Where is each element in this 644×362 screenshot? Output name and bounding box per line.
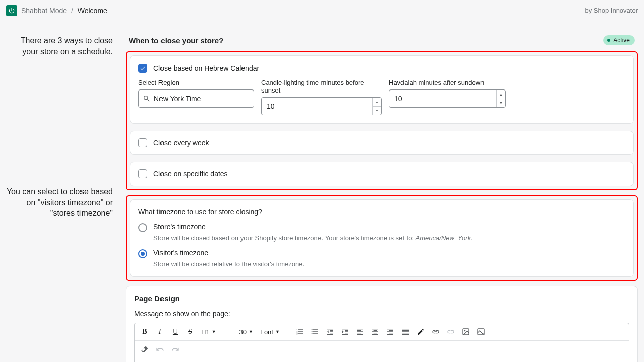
callout-timezone: You can select to close based on "visito… <box>6 186 117 219</box>
breadcrumb-page: Welcome <box>78 7 107 15</box>
rte-body[interactable] <box>135 358 629 362</box>
store-desc-tz: America/New_York <box>416 234 471 242</box>
radio-visitor-row[interactable]: Visitor's timezone <box>138 249 625 258</box>
breadcrumb-sep: / <box>71 7 73 15</box>
unordered-list-button[interactable] <box>308 325 322 338</box>
store-desc-prefix: Store will be closed based on your Shopi… <box>153 234 416 242</box>
rte-toolbar-row-1: B I U S H1▼ 30▼ Font▼ <box>135 323 629 341</box>
checkbox-specific-label: Close on speciffic dates <box>153 170 228 178</box>
radio-visitor-label: Visitor's timezone <box>153 249 208 257</box>
align-left-button[interactable] <box>353 325 367 338</box>
region-input[interactable]: New York Time <box>138 89 254 108</box>
checkbox-hebrew-row[interactable]: Close based on Hebrew Calendar <box>138 64 625 73</box>
redo-icon <box>171 345 179 353</box>
havdalah-input[interactable]: 10 ▲ ▼ <box>389 89 506 108</box>
link-icon <box>432 328 440 336</box>
outdent-button[interactable] <box>323 325 337 338</box>
card-specific: Close on speciffic dates <box>130 162 634 186</box>
breadcrumb-app[interactable]: Shabbat Mode <box>21 7 67 15</box>
timezone-question: What timezone to use for store closing? <box>138 208 625 216</box>
image-button[interactable] <box>459 325 473 338</box>
undo-icon <box>156 345 164 353</box>
checkbox-weekly-label: Close every week <box>153 139 209 147</box>
underline-button[interactable]: U <box>168 325 182 338</box>
breadcrumb: Shabbat Mode / Welcome <box>21 7 107 15</box>
region-label: Select Region <box>138 79 254 86</box>
outdent-icon <box>326 328 334 336</box>
chevron-down-icon: ▼ <box>275 329 280 334</box>
size-select[interactable]: 30▼ <box>236 325 256 338</box>
havdalah-down-button[interactable]: ▼ <box>497 99 505 108</box>
page-body: There are 3 ways to close your store on … <box>0 21 644 362</box>
checkbox-specific-row[interactable]: Close on speciffic dates <box>138 169 625 178</box>
align-center-button[interactable] <box>368 325 382 338</box>
unordered-list-icon <box>311 328 319 336</box>
ordered-list-icon <box>296 328 304 336</box>
unlink-button[interactable] <box>444 325 458 338</box>
page-design-title: Page Design <box>134 294 629 303</box>
schedule-highlight: Close based on Hebrew Calendar Select Re… <box>126 51 638 190</box>
breadcrumb-area: Shabbat Mode / Welcome <box>6 5 107 16</box>
align-left-icon <box>356 328 364 336</box>
align-right-button[interactable] <box>383 325 397 338</box>
top-bar: Shabbat Mode / Welcome by Shop Innovator <box>0 0 644 21</box>
image2-button[interactable] <box>474 325 488 338</box>
callout-schedule: There are 3 ways to close your store on … <box>6 35 117 57</box>
side-callouts: There are 3 ways to close your store on … <box>6 35 126 362</box>
undo-button[interactable] <box>153 343 167 356</box>
svg-point-1 <box>464 330 465 331</box>
rich-text-editor: B I U S H1▼ 30▼ Font▼ <box>134 323 629 362</box>
havdalah-label: Havdalah minutes after sundown <box>389 79 506 86</box>
card-page-design: Page Design Message to show on the page:… <box>126 286 638 362</box>
radio-store-row[interactable]: Store's timezone <box>138 223 625 232</box>
bold-button[interactable]: B <box>138 325 152 338</box>
candle-input[interactable]: 10 ▲ ▼ <box>261 97 382 115</box>
candle-up-button[interactable]: ▲ <box>373 98 381 107</box>
color-button[interactable] <box>414 325 428 338</box>
checkbox-hebrew[interactable] <box>138 64 147 73</box>
candle-value: 10 <box>267 102 275 110</box>
app-logo <box>6 5 17 16</box>
unlink-icon <box>447 328 455 336</box>
card-timezone: What timezone to use for store closing? … <box>130 199 634 277</box>
indent-button[interactable] <box>338 325 352 338</box>
store-desc-suffix: . <box>471 234 473 242</box>
chevron-down-icon: ▼ <box>212 329 216 334</box>
chevron-down-icon: ▼ <box>249 329 253 334</box>
link-button[interactable] <box>429 325 443 338</box>
redo-button[interactable] <box>168 343 182 356</box>
ordered-list-button[interactable] <box>293 325 307 338</box>
font-select[interactable]: Font▼ <box>257 325 283 338</box>
size-value: 30 <box>239 328 247 336</box>
radio-visitor[interactable] <box>138 249 147 258</box>
radio-visitor-desc: Store will be closed relative to the vis… <box>153 260 625 268</box>
image-frame-icon <box>477 328 485 336</box>
timezone-highlight: What timezone to use for store closing? … <box>126 195 638 281</box>
radio-store-desc: Store will be closed based on your Shopi… <box>153 234 625 242</box>
havdalah-up-button[interactable]: ▲ <box>497 90 505 99</box>
align-center-icon <box>371 328 379 336</box>
checkbox-weekly[interactable] <box>138 138 147 147</box>
eraser-icon <box>141 345 149 353</box>
candle-down-button[interactable]: ▼ <box>373 107 381 115</box>
heading-select[interactable]: H1▼ <box>198 325 219 338</box>
checkbox-specific[interactable] <box>138 169 147 178</box>
power-icon <box>8 7 15 14</box>
strike-button[interactable]: S <box>183 325 197 338</box>
checkbox-weekly-row[interactable]: Close every week <box>138 138 625 147</box>
field-havdalah: Havdalah minutes after sundown 10 ▲ ▼ <box>389 79 506 115</box>
by-line: by Shop Innovator <box>585 7 638 14</box>
italic-button[interactable]: I <box>153 325 167 338</box>
havdalah-value: 10 <box>394 95 403 103</box>
hebrew-fields: Select Region New York Time Candle-light… <box>138 79 625 115</box>
align-justify-button[interactable] <box>398 325 413 338</box>
card-weekly: Close every week <box>130 131 634 155</box>
page-design-subtitle: Message to show on the page: <box>134 310 629 318</box>
radio-store-label: Store's timezone <box>153 223 206 231</box>
field-region: Select Region New York Time <box>138 79 254 115</box>
heading-value: H1 <box>201 328 210 336</box>
radio-store[interactable] <box>138 223 147 232</box>
eraser-button[interactable] <box>138 343 152 356</box>
havdalah-spinner: ▲ ▼ <box>496 90 505 107</box>
candle-spinner: ▲ ▼ <box>372 98 381 115</box>
